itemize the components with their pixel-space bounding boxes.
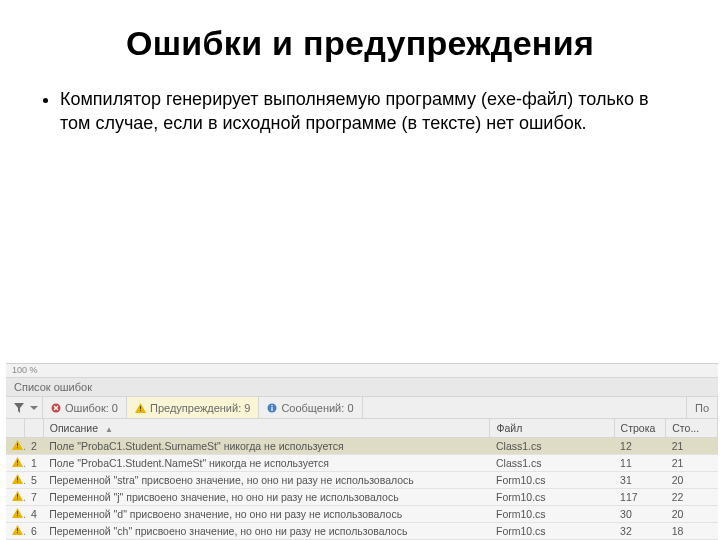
row-icon [6, 489, 25, 506]
row-file: Class1.cs [490, 438, 614, 455]
col-description[interactable]: Описание ▲ [43, 419, 490, 438]
error-list-grid: Описание ▲ Файл Строка Сто... 2Поле "Pro… [6, 419, 718, 540]
row-file: Form10.cs [490, 472, 614, 489]
row-file: Form10.cs [490, 489, 614, 506]
row-index: 5 [25, 472, 44, 489]
row-line: 31 [614, 472, 666, 489]
table-row[interactable]: 4Переменной "d" присвоено значение, но о… [6, 506, 718, 523]
filter-dropdown[interactable] [6, 397, 43, 418]
error-list-toolbar: Ошибок: 0 Предупреждений: 9 Сообщений: 0… [6, 397, 718, 419]
info-icon [267, 403, 277, 413]
row-index: 6 [25, 523, 44, 540]
table-row[interactable]: 1Поле "ProbaC1.Student.NameSt" никогда н… [6, 455, 718, 472]
warnings-tab-label: Предупреждений: 9 [150, 402, 250, 414]
search-box-label: По [695, 402, 709, 414]
row-icon [6, 472, 25, 489]
table-row[interactable]: 6Переменной "ch" присвоено значение, но … [6, 523, 718, 540]
table-row[interactable]: 2Поле "ProbaC1.Student.SurnameSt" никогд… [6, 438, 718, 455]
body-bullet: Компилятор генерирует выполняемую програ… [60, 87, 674, 136]
errors-tab-label: Ошибок: 0 [65, 402, 118, 414]
panel-title: Список ошибок [6, 378, 718, 397]
warning-icon [12, 474, 23, 484]
error-icon [51, 403, 61, 413]
warning-icon [12, 457, 23, 467]
svg-rect-2 [140, 410, 141, 411]
warning-icon [135, 403, 146, 413]
warnings-tab[interactable]: Предупреждений: 9 [127, 397, 259, 418]
row-icon [6, 523, 25, 540]
grid-header-row: Описание ▲ Файл Строка Сто... [6, 419, 718, 438]
warning-icon [12, 525, 23, 535]
table-row[interactable]: 7Переменной "j" присвоено значение, но о… [6, 489, 718, 506]
svg-rect-1 [140, 406, 141, 409]
col-line[interactable]: Строка [614, 419, 666, 438]
page-title: Ошибки и предупреждения [36, 24, 684, 63]
svg-rect-13 [17, 498, 18, 499]
row-line: 117 [614, 489, 666, 506]
svg-rect-10 [17, 477, 18, 480]
row-column: 22 [666, 489, 718, 506]
messages-tab-label: Сообщений: 0 [281, 402, 353, 414]
row-description: Переменной "stra" присвоено значение, но… [43, 472, 490, 489]
svg-rect-7 [17, 447, 18, 448]
svg-rect-8 [17, 460, 18, 463]
warning-icon [12, 508, 23, 518]
row-index: 2 [25, 438, 44, 455]
svg-rect-9 [17, 464, 18, 465]
row-index: 1 [25, 455, 44, 472]
svg-rect-5 [272, 405, 273, 406]
row-index: 7 [25, 489, 44, 506]
row-description: Переменной "j" присвоено значение, но он… [43, 489, 490, 506]
col-num[interactable] [25, 419, 44, 438]
chevron-down-icon [30, 406, 38, 410]
row-column: 21 [666, 455, 718, 472]
sort-asc-icon: ▲ [105, 425, 113, 434]
table-row[interactable]: 5Переменной "stra" присвоено значение, н… [6, 472, 718, 489]
row-column: 20 [666, 506, 718, 523]
svg-rect-16 [17, 528, 18, 531]
row-line: 11 [614, 455, 666, 472]
error-list-panel: 100 % Список ошибок Ошибок: 0 Предупрежд [6, 363, 718, 540]
filter-icon [14, 403, 24, 413]
search-box[interactable]: По [687, 397, 718, 418]
row-line: 12 [614, 438, 666, 455]
errors-tab[interactable]: Ошибок: 0 [43, 397, 127, 418]
row-description: Поле "ProbaC1.Student.SurnameSt" никогда… [43, 438, 490, 455]
row-file: Class1.cs [490, 455, 614, 472]
row-file: Form10.cs [490, 506, 614, 523]
messages-tab[interactable]: Сообщений: 0 [259, 397, 362, 418]
row-column: 20 [666, 472, 718, 489]
row-line: 32 [614, 523, 666, 540]
svg-rect-4 [272, 407, 273, 411]
warning-icon [12, 440, 23, 450]
svg-rect-12 [17, 494, 18, 497]
row-index: 4 [25, 506, 44, 523]
svg-rect-6 [17, 443, 18, 446]
row-icon [6, 506, 25, 523]
row-description: Поле "ProbaC1.Student.NameSt" никогда не… [43, 455, 490, 472]
row-description: Переменной "ch" присвоено значение, но о… [43, 523, 490, 540]
svg-rect-15 [17, 515, 18, 516]
row-icon [6, 455, 25, 472]
row-icon [6, 438, 25, 455]
col-file[interactable]: Файл [490, 419, 614, 438]
col-column[interactable]: Сто... [666, 419, 718, 438]
row-column: 21 [666, 438, 718, 455]
svg-rect-14 [17, 511, 18, 514]
svg-rect-11 [17, 481, 18, 482]
row-line: 30 [614, 506, 666, 523]
zoom-indicator: 100 % [6, 364, 718, 378]
svg-rect-17 [17, 532, 18, 533]
col-icon[interactable] [6, 419, 25, 438]
row-description: Переменной "d" присвоено значение, но он… [43, 506, 490, 523]
row-column: 18 [666, 523, 718, 540]
row-file: Form10.cs [490, 523, 614, 540]
warning-icon [12, 491, 23, 501]
